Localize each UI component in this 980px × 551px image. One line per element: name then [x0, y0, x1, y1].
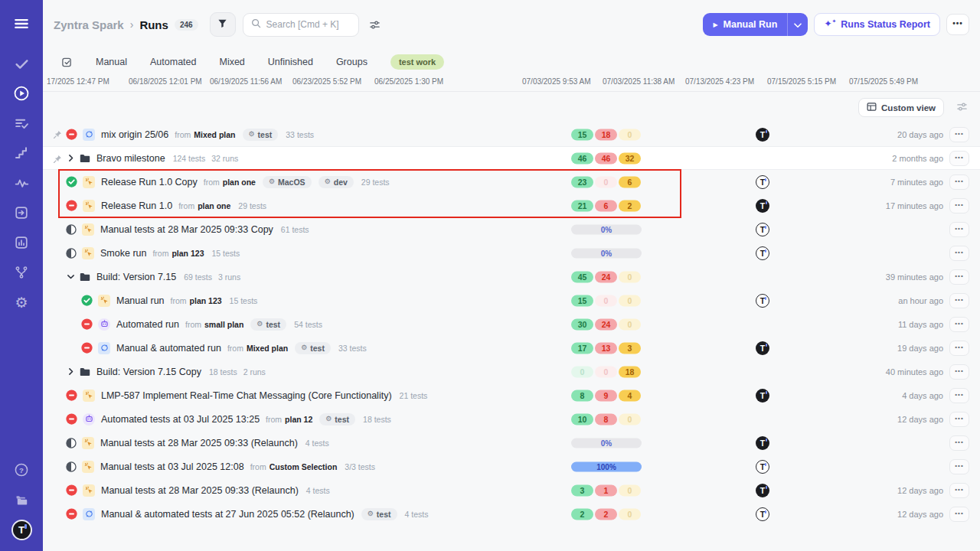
- run-name[interactable]: Manual run: [116, 295, 165, 306]
- run-name[interactable]: Manual tests at 03 Jul 2025 12:08: [100, 461, 244, 472]
- run-row[interactable]: LMP-587 Implement Real-Time Chat Messagi…: [43, 383, 980, 407]
- sidebar-pulse-icon[interactable]: [8, 173, 35, 193]
- run-row[interactable]: Manual & automated tests at 27 Jun 2025 …: [43, 502, 980, 526]
- run-row[interactable]: Automated runfromsmall plan⚙test54 tests…: [43, 312, 980, 336]
- sidebar-report-chart-icon[interactable]: [8, 233, 35, 253]
- sidebar-user-avatar[interactable]: T: [11, 520, 32, 540]
- run-name[interactable]: Manual tests at 28 Mar 2025 09:33 (Relau…: [101, 485, 299, 496]
- row-more-button[interactable]: •••: [949, 293, 969, 308]
- plan-name[interactable]: plan one: [198, 201, 230, 210]
- run-group-row[interactable]: Bravo milestone124 tests32 runs4646322 m…: [43, 146, 980, 170]
- chevron-right-icon[interactable]: [66, 367, 76, 377]
- sidebar-menu-icon[interactable]: [8, 12, 35, 35]
- sidebar-check-icon[interactable]: [8, 54, 35, 73]
- run-name[interactable]: Release Run 1.0: [101, 201, 172, 211]
- run-name[interactable]: Manual & automated run: [116, 343, 221, 354]
- search-settings-icon[interactable]: [366, 15, 384, 34]
- custom-view-button[interactable]: Custom view: [858, 98, 944, 117]
- run-row[interactable]: Manual tests at 03 Jul 2025 12:08fromCus…: [43, 455, 980, 478]
- row-more-button[interactable]: •••: [949, 246, 969, 261]
- run-name[interactable]: Smoke run: [100, 248, 146, 259]
- breadcrumb-project[interactable]: Zyntra Spark: [54, 18, 124, 31]
- runs-status-report-button[interactable]: ✦✦ Runs Status Report: [814, 13, 940, 36]
- row-more-button[interactable]: •••: [949, 388, 969, 403]
- header-more-button[interactable]: •••: [946, 14, 969, 35]
- row-more-button[interactable]: •••: [949, 151, 969, 166]
- row-more-button[interactable]: •••: [949, 459, 969, 474]
- run-row[interactable]: Release Run 1.0fromplan one29 tests2162T…: [43, 194, 980, 217]
- manual-run-button[interactable]: ▶ Manual Run: [703, 13, 787, 36]
- tab-automated[interactable]: Automated: [150, 57, 196, 67]
- run-group-row[interactable]: Build: Version 7.1569 tests3 runs4524039…: [43, 265, 980, 289]
- plan-name[interactable]: small plan: [204, 320, 243, 329]
- row-more-button[interactable]: •••: [949, 222, 969, 237]
- search-input[interactable]: Search [Cmd + K]: [243, 13, 359, 37]
- run-row[interactable]: Release Run 1.0 Copyfromplan one⚙MacOS⚙d…: [43, 170, 980, 194]
- plan-name[interactable]: plan 12: [285, 415, 312, 424]
- row-more-button[interactable]: •••: [949, 174, 969, 190]
- plan-name[interactable]: plan 123: [190, 296, 222, 305]
- run-row[interactable]: Manual tests at 28 Mar 2025 09:33 (Relau…: [43, 431, 980, 455]
- run-row[interactable]: Manual tests at 28 Mar 2025 09:33 Copy61…: [43, 217, 980, 241]
- row-more-button[interactable]: •••: [949, 127, 969, 142]
- tab-unfinished[interactable]: Unfinished: [268, 57, 313, 67]
- run-name[interactable]: mix origin 25/06: [101, 129, 168, 140]
- run-name[interactable]: Automated tests at 03 Jul 2025 13:25: [101, 414, 260, 425]
- select-runs-icon[interactable]: [61, 57, 73, 68]
- chevron-right-icon[interactable]: [66, 153, 76, 163]
- active-tag-filter[interactable]: test work: [390, 54, 444, 70]
- run-group-row[interactable]: Build: Version 7.15 Copy18 tests2 runs00…: [43, 360, 980, 383]
- progress-bar: 0%: [571, 438, 642, 448]
- run-row[interactable]: Manual runfromplan 12315 tests1500Tan ho…: [43, 289, 980, 312]
- sidebar-help-icon[interactable]: ?: [8, 460, 35, 480]
- run-name[interactable]: Build: Version 7.15: [96, 272, 176, 282]
- plan-name[interactable]: Mixed plan: [194, 130, 235, 139]
- tab-groups[interactable]: Groups: [336, 57, 368, 67]
- timeline-date: 17/2025 12:47 PM: [47, 77, 109, 86]
- tests-count: 29 tests: [361, 178, 390, 187]
- sidebar-steps-icon[interactable]: [8, 143, 35, 163]
- sidebar-list-check-icon[interactable]: [8, 113, 35, 133]
- run-name[interactable]: Release Run 1.0 Copy: [101, 177, 198, 187]
- row-more-button[interactable]: •••: [949, 198, 969, 214]
- plan-name[interactable]: plan one: [223, 178, 256, 187]
- pin-icon[interactable]: [53, 153, 62, 167]
- run-name[interactable]: LMP-587 Implement Real-Time Chat Messagi…: [101, 390, 392, 401]
- topbar: Zyntra Spark › Runs 246 Search [Cmd + K]…: [43, 0, 980, 49]
- row-more-button[interactable]: •••: [949, 412, 969, 427]
- row-more-button[interactable]: •••: [949, 341, 969, 356]
- plan-name[interactable]: plan 123: [172, 249, 204, 258]
- run-name[interactable]: Manual & automated tests at 27 Jun 2025 …: [101, 509, 354, 520]
- result-stats: 0018: [571, 366, 641, 377]
- plan-name[interactable]: Mixed plan: [247, 344, 288, 353]
- row-more-button[interactable]: •••: [949, 483, 969, 498]
- sidebar-branch-icon[interactable]: [8, 262, 35, 282]
- run-name[interactable]: Manual tests at 28 Mar 2025 09:33 (Relau…: [100, 438, 298, 448]
- chevron-down-icon[interactable]: [66, 272, 76, 282]
- run-name[interactable]: Build: Version 7.15 Copy: [96, 367, 201, 377]
- row-more-button[interactable]: •••: [949, 269, 969, 285]
- run-name[interactable]: Automated run: [116, 319, 179, 330]
- sidebar-import-icon[interactable]: [8, 203, 35, 223]
- run-row[interactable]: mix origin 25/06fromMixed plan⚙test33 te…: [43, 122, 980, 146]
- run-name[interactable]: Bravo milestone: [96, 153, 165, 164]
- sidebar-projects-icon[interactable]: [8, 490, 35, 510]
- run-row[interactable]: Manual & automated runfromMixed plan⚙tes…: [43, 336, 980, 360]
- sidebar-gear-icon[interactable]: ⚙: [8, 292, 35, 312]
- row-more-button[interactable]: •••: [949, 507, 969, 522]
- row-more-button[interactable]: •••: [949, 317, 969, 332]
- view-settings-icon[interactable]: [956, 101, 968, 116]
- run-name[interactable]: Manual tests at 28 Mar 2025 09:33 Copy: [100, 224, 273, 235]
- filter-button[interactable]: [210, 12, 236, 37]
- row-more-button[interactable]: •••: [949, 435, 969, 451]
- pin-icon[interactable]: [53, 129, 62, 142]
- manual-run-dropdown-button[interactable]: [787, 13, 808, 36]
- run-row[interactable]: Manual tests at 28 Mar 2025 09:33 (Relau…: [43, 478, 980, 502]
- tab-manual[interactable]: Manual: [96, 57, 127, 67]
- plan-name[interactable]: Custom Selection: [270, 462, 338, 471]
- sidebar-play-circle-icon[interactable]: [8, 83, 35, 103]
- row-more-button[interactable]: •••: [949, 364, 969, 380]
- run-row[interactable]: Smoke runfromplan 12315 tests0%T•••: [43, 241, 980, 265]
- tab-mixed[interactable]: Mixed: [219, 57, 244, 67]
- run-row[interactable]: Automated tests at 03 Jul 2025 13:25from…: [43, 407, 980, 431]
